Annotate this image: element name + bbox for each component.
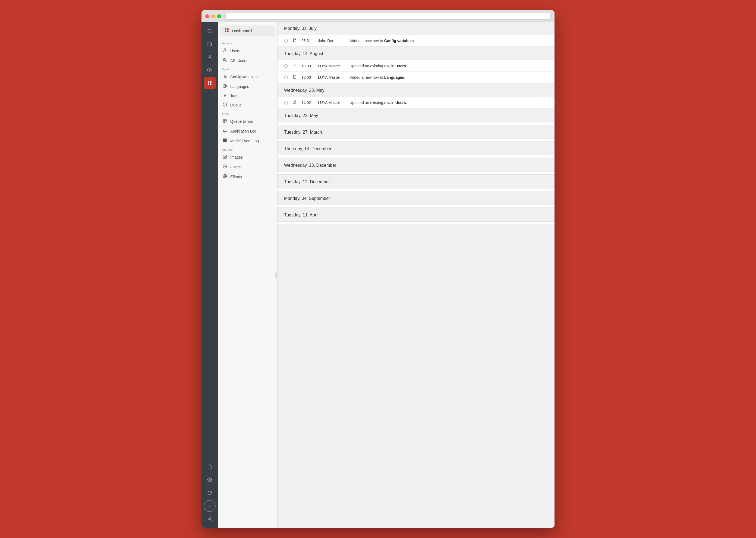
filters-label: Filters bbox=[230, 165, 241, 169]
section-label-access: Access bbox=[218, 39, 277, 46]
queue-label: Queue bbox=[230, 103, 242, 107]
dashboard-label: Dashboard bbox=[232, 28, 252, 33]
log-groups-container: Monday, 01. July08:31John DoeAdded a new… bbox=[278, 22, 555, 224]
sidebar-item-languages[interactable]: Languages bbox=[218, 82, 277, 91]
user-nav-icon bbox=[222, 48, 228, 53]
log-message: Added a new row to Languages. bbox=[350, 75, 405, 80]
log-entry[interactable]: 08:31John DoeAdded a new row to Config v… bbox=[278, 35, 555, 46]
date-header: Tuesday, 27. March bbox=[278, 126, 555, 139]
doc-icon bbox=[292, 38, 297, 43]
tags-label: Tags bbox=[230, 94, 239, 98]
sidebar-item-model-event-log[interactable]: Model Event Log bbox=[218, 136, 277, 146]
sidebar-item-images[interactable]: Images bbox=[218, 152, 277, 162]
home-icon[interactable] bbox=[204, 38, 216, 50]
empty-log-group bbox=[278, 172, 555, 175]
minimize-button[interactable] bbox=[211, 14, 215, 18]
svg-point-14 bbox=[224, 58, 225, 60]
titlebar bbox=[201, 10, 555, 22]
queue-icon bbox=[222, 102, 228, 108]
application-log-icon bbox=[222, 129, 228, 134]
svg-rect-3 bbox=[208, 81, 209, 82]
log-message: Updated an existing row in Users. bbox=[350, 64, 407, 68]
empty-log-group bbox=[278, 139, 555, 141]
empty-log-group bbox=[278, 188, 555, 191]
application-log-label: Application Log bbox=[230, 129, 256, 134]
sidebar-item-api-users[interactable]: API Users bbox=[218, 56, 277, 66]
section-label-logs: Logs bbox=[218, 110, 277, 117]
sidebar-item-config-variables[interactable]: Config variables bbox=[218, 72, 277, 82]
sidebar-item-tags[interactable]: # Tags bbox=[218, 91, 277, 100]
log-time: 13:00 bbox=[301, 64, 314, 68]
doc-icon bbox=[292, 75, 297, 80]
app-body: 2 › Dashboard Access Users bbox=[201, 22, 555, 528]
main-content: Monday, 01. July08:31John DoeAdded a new… bbox=[278, 22, 555, 528]
icon-rail: 2 bbox=[201, 22, 218, 528]
date-header: Tuesday, 22. May bbox=[278, 109, 555, 122]
empty-log-group bbox=[278, 222, 555, 224]
refresh-icon[interactable] bbox=[204, 487, 216, 499]
svg-rect-9 bbox=[225, 28, 226, 29]
svg-point-27 bbox=[224, 156, 225, 156]
sidebar-item-application-log[interactable]: Application Log bbox=[218, 126, 277, 136]
settings-icon[interactable] bbox=[204, 474, 216, 486]
sidebar: › Dashboard Access Users API Users bbox=[218, 22, 278, 528]
queue-errors-label: Queue Errors bbox=[230, 119, 253, 124]
log-entry[interactable]: 13:00LUYA MasterUpdated an existing row … bbox=[278, 60, 555, 72]
circle-2-icon[interactable]: 2 bbox=[204, 500, 216, 512]
config-icon bbox=[222, 74, 228, 80]
address-bar[interactable] bbox=[225, 13, 551, 20]
log-entry[interactable]: 14:02LUYA MasterUpdated an existing row … bbox=[278, 97, 555, 108]
user-icon[interactable] bbox=[204, 51, 216, 63]
close-button[interactable] bbox=[205, 14, 209, 18]
effects-label: Effects bbox=[230, 175, 242, 179]
svg-point-29 bbox=[224, 166, 225, 167]
svg-rect-25 bbox=[223, 138, 227, 142]
svg-rect-4 bbox=[210, 81, 212, 82]
languages-icon bbox=[222, 84, 228, 89]
images-label: Images bbox=[230, 155, 243, 159]
svg-point-8 bbox=[209, 517, 210, 519]
sidebar-dashboard[interactable]: Dashboard bbox=[220, 26, 275, 36]
log-radio bbox=[284, 101, 288, 105]
sidebar-item-queue-errors[interactable]: Queue Errors bbox=[218, 117, 277, 126]
sidebar-item-users[interactable]: Users bbox=[218, 46, 277, 56]
profile-icon[interactable] bbox=[204, 513, 216, 525]
sidebar-collapse-button[interactable]: › bbox=[275, 272, 278, 278]
log-message: Added a new row to Config variables. bbox=[350, 38, 415, 43]
date-header: Wednesday, 23. May bbox=[278, 84, 555, 97]
log-user: LUYA Master bbox=[318, 100, 345, 105]
maximize-button[interactable] bbox=[217, 14, 221, 18]
upload-icon[interactable] bbox=[204, 64, 216, 76]
section-label-system: System bbox=[218, 66, 277, 72]
date-header: Tuesday, 11. April bbox=[278, 209, 555, 222]
api-users-icon bbox=[222, 58, 228, 63]
date-header: Monday, 04. September bbox=[278, 192, 555, 205]
log-entry[interactable]: 13:00LUYA MasterAdded a new row to Langu… bbox=[278, 72, 555, 83]
users-label: Users bbox=[230, 49, 240, 53]
app-window: 2 › Dashboard Access Users bbox=[201, 10, 555, 528]
search-icon[interactable] bbox=[204, 25, 216, 37]
date-header: Tuesday, 14. August bbox=[278, 47, 555, 60]
sidebar-item-filters[interactable]: Filters bbox=[218, 162, 277, 172]
sidebar-item-queue[interactable]: Queue bbox=[218, 100, 277, 110]
svg-point-13 bbox=[224, 49, 225, 50]
log-entries-group: 14:02LUYA MasterUpdated an existing row … bbox=[278, 97, 555, 108]
date-header: Tuesday, 12. December bbox=[278, 176, 555, 188]
svg-rect-11 bbox=[225, 31, 226, 32]
empty-log-group bbox=[278, 205, 555, 208]
log-time: 08:31 bbox=[301, 38, 314, 43]
effects-icon bbox=[222, 174, 228, 180]
dashboard-icon[interactable] bbox=[204, 77, 216, 89]
svg-rect-5 bbox=[208, 83, 209, 85]
model-event-log-label: Model Event Log bbox=[230, 139, 259, 143]
log-time: 14:02 bbox=[301, 100, 314, 105]
log-entries-group: 08:31John DoeAdded a new row to Config v… bbox=[278, 35, 555, 46]
filters-icon bbox=[222, 164, 228, 170]
log-user: John Doe bbox=[318, 38, 345, 43]
svg-rect-10 bbox=[227, 28, 229, 29]
file-icon[interactable] bbox=[204, 461, 216, 473]
empty-log-group bbox=[278, 122, 555, 125]
date-header: Wednesday, 13. December bbox=[278, 159, 555, 172]
sidebar-item-effects[interactable]: Effects bbox=[218, 172, 277, 182]
svg-point-24 bbox=[224, 120, 225, 121]
